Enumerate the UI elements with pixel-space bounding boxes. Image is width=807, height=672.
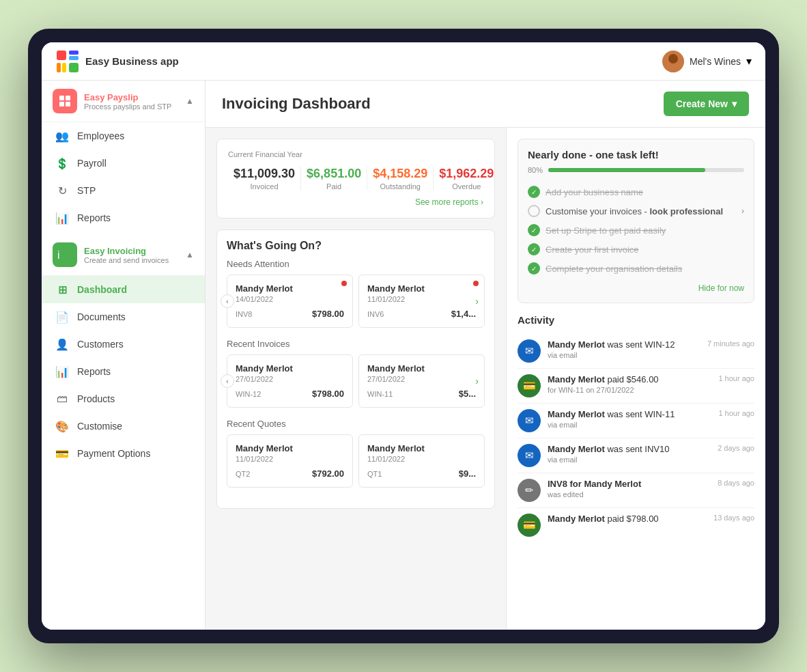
attention-card-1-customer: Mandy Merlot — [367, 283, 476, 294]
sidebar-item-customise[interactable]: 🎨 Customise — [42, 412, 205, 440]
activity-sub-4: was edited — [548, 490, 711, 499]
customers-label: Customers — [77, 339, 124, 350]
activity-item-5: 💳 Mandy Merlot paid $798.00 13 days ago — [518, 508, 754, 542]
svg-rect-3 — [57, 63, 61, 72]
easy-invoicing-module[interactable]: i Easy Invoicing Create and send invoice… — [42, 234, 205, 276]
employees-icon: 👥 — [55, 129, 69, 143]
activity-text-5: Mandy Merlot paid $798.00 — [548, 514, 707, 524]
main-layout: Easy Payslip Process payslips and STP ▲ … — [42, 81, 765, 630]
logo-area: Easy Business app — [55, 49, 179, 74]
activity-sub-2: via email — [548, 421, 711, 429]
activity-icon-1: 💳 — [518, 374, 541, 397]
invoice-card-0-date: 27/01/2022 — [236, 375, 344, 383]
progress-section: Nearly done - one task left! 80% ✓ Add — [518, 139, 754, 303]
quote-card-0-customer: Mandy Merlot — [236, 443, 344, 453]
card-nav-left-0[interactable]: ‹ — [221, 294, 234, 308]
task-1-arrow[interactable]: › — [741, 206, 744, 216]
user-name: Mel's Wines — [690, 56, 741, 67]
dashboard-content: Current Financial Year $11,009.30 Invoic… — [206, 128, 765, 630]
progress-bar-container: 80% — [528, 166, 744, 174]
stp-icon: ↻ — [55, 184, 69, 197]
screen: Easy Business app Mel's Wines ▾ — [42, 42, 765, 630]
activity-text-0: Mandy Merlot was sent WIN-12 — [548, 339, 700, 350]
top-bar: Easy Business app Mel's Wines ▾ — [42, 42, 765, 81]
attention-card-1-date: 11/01/2022 — [367, 295, 476, 303]
invoice-nav-left-0[interactable]: ‹ — [221, 374, 234, 388]
sidebar-item-payment-options[interactable]: 💳 Payment Options — [42, 440, 205, 467]
activity-icon-3: ✉ — [518, 444, 541, 467]
invoice-card-0-amount: $798.00 — [312, 389, 344, 399]
sidebar-item-stp[interactable]: ↻ STP — [42, 177, 205, 204]
quote-card-1-ref: QT1 — [367, 470, 382, 478]
quote-card-1-amount: $9... — [459, 468, 476, 479]
invoice-card-1[interactable]: Mandy Merlot 27/01/2022 WIN-11 $5... › — [358, 354, 485, 408]
task-4-text: Complete your organisation details — [546, 264, 682, 274]
sidebar-item-customers[interactable]: 👤 Customers — [42, 331, 205, 358]
user-menu-chevron[interactable]: ▾ — [746, 55, 752, 68]
activity-sub-3: via email — [548, 456, 711, 464]
svg-rect-5 — [69, 63, 79, 72]
payment-options-label: Payment Options — [77, 448, 150, 459]
invoice-card-0-ref: WIN-12 — [236, 390, 261, 398]
needs-attention-label: Needs Attention — [227, 259, 485, 269]
user-menu[interactable]: Mel's Wines ▾ — [662, 51, 752, 72]
attention-card-0-amount: $798.00 — [312, 309, 344, 319]
invoice-card-0[interactable]: ‹ Mandy Merlot 27/01/2022 WIN-12 $798.00 — [227, 354, 353, 408]
invoicing-icon: i — [53, 242, 77, 267]
needs-attention-cards: ‹ Mandy Merlot 14/01/2022 INV8 $798.00 — [227, 275, 485, 328]
create-new-label: Create New — [676, 98, 728, 109]
see-more-reports-link[interactable]: See more reports › — [228, 197, 483, 207]
task-1[interactable]: Customise your invoices - look professio… — [528, 201, 744, 221]
activity-time-1: 1 hour ago — [718, 374, 754, 382]
task-2-check: ✓ — [528, 224, 540, 236]
financial-row: $11,009.30 Invoiced $6,851.00 Paid $4,15… — [228, 167, 483, 191]
documents-icon: 📄 — [55, 310, 69, 324]
activity-item-2: ✉ Mandy Merlot was sent WIN-11 via email… — [518, 404, 754, 438]
activity-time-2: 1 hour ago — [718, 409, 754, 417]
user-avatar — [662, 51, 684, 72]
activity-section: Activity ✉ Mandy Merlot was sent WIN-12 … — [518, 314, 754, 542]
app-logo — [55, 49, 80, 74]
task-4: ✓ Complete your organisation details — [528, 259, 744, 278]
sidebar-item-employees[interactable]: 👥 Employees — [42, 122, 205, 150]
sidebar-item-reports-payslip[interactable]: 📊 Reports — [42, 204, 205, 232]
dashboard-icon: ⊞ — [55, 283, 69, 296]
recent-quotes-cards: Mandy Merlot 11/01/2022 QT2 $792.00 Mand… — [227, 434, 485, 488]
create-new-button[interactable]: Create New ▾ — [664, 92, 749, 116]
invoice-card-1-arrow: › — [475, 376, 479, 387]
sidebar-item-reports-invoicing[interactable]: 📊 Reports — [42, 358, 205, 385]
right-panel: Nearly done - one task left! 80% ✓ Add — [506, 128, 765, 630]
attention-card-0[interactable]: ‹ Mandy Merlot 14/01/2022 INV8 $798.00 — [227, 275, 353, 328]
attention-card-1-arrow: › — [475, 296, 479, 307]
quote-card-0-date: 11/01/2022 — [236, 455, 344, 463]
overdue-badge-1 — [473, 281, 479, 286]
overdue-item: $1,962.29 Overdue — [434, 167, 499, 191]
sidebar-item-documents[interactable]: 📄 Documents — [42, 303, 205, 331]
activity-icon-2: ✉ — [518, 409, 541, 432]
task-1-check — [528, 205, 540, 217]
easy-payslip-module[interactable]: Easy Payslip Process payslips and STP ▲ — [42, 81, 205, 122]
invoiced-label: Invoiced — [233, 182, 295, 191]
sidebar-item-dashboard[interactable]: ⊞ Dashboard — [42, 276, 205, 303]
attention-card-1[interactable]: Mandy Merlot 11/01/2022 INV6 $1,4... › — [358, 275, 485, 328]
payslip-icon — [53, 89, 77, 113]
quote-card-1-date: 11/01/2022 — [367, 455, 476, 463]
activity-item-1: 💳 Mandy Merlot paid $546.00 for WIN-11 o… — [518, 369, 754, 404]
activity-time-0: 7 minutes ago — [707, 339, 754, 348]
quote-card-0[interactable]: Mandy Merlot 11/01/2022 QT2 $792.00 — [227, 434, 353, 488]
payslip-collapse-icon[interactable]: ▲ — [186, 96, 194, 106]
activity-icon-4: ✏ — [518, 479, 541, 502]
recent-invoices-cards: ‹ Mandy Merlot 27/01/2022 WIN-12 $798.00 — [227, 354, 485, 408]
svg-rect-11 — [66, 102, 70, 107]
invoice-card-1-date: 27/01/2022 — [367, 375, 476, 383]
financial-year-label: Current Financial Year — [228, 150, 483, 158]
sidebar-item-products[interactable]: 🗃 Products — [42, 385, 205, 412]
svg-rect-1 — [69, 51, 79, 55]
hide-for-now-link[interactable]: Hide for now — [528, 283, 744, 293]
task-1-text: Customise your invoices - look professio… — [546, 206, 723, 216]
left-panel: Current Financial Year $11,009.30 Invoic… — [206, 128, 506, 630]
attention-card-0-date: 14/01/2022 — [236, 295, 344, 303]
quote-card-1[interactable]: Mandy Merlot 11/01/2022 QT1 $9... — [358, 434, 485, 488]
invoicing-collapse-icon[interactable]: ▲ — [186, 250, 194, 260]
sidebar-item-payroll[interactable]: 💲 Payroll — [42, 150, 205, 177]
